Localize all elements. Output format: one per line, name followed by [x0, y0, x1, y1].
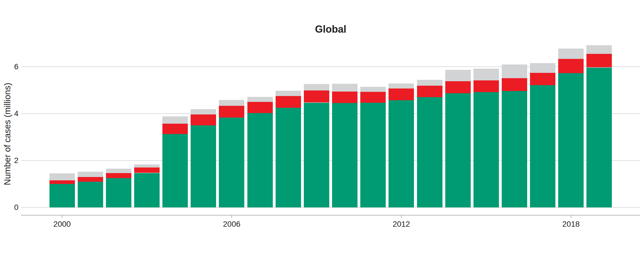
- bar-2000-gray-top-segment: [49, 173, 75, 180]
- bar-2019-green-bottom-segment: [586, 68, 612, 208]
- bar-2007-green-bottom-segment: [247, 113, 273, 207]
- x-tick-2012: [401, 215, 402, 218]
- x-tick-2000: [62, 215, 62, 218]
- bar-2006-gray-top-segment: [219, 100, 244, 106]
- bar-2004-red-middle-segment: [162, 124, 188, 134]
- bar-2001-red-middle-segment: [78, 177, 103, 182]
- bar-2003-green-bottom-segment: [134, 173, 160, 208]
- bar-2009-red-middle-segment: [304, 90, 329, 103]
- bar-2010-red-middle-segment: [332, 92, 357, 103]
- bar-2013-gray-top-segment: [417, 80, 442, 86]
- y-axis-title: Number of cases (millions): [3, 83, 13, 185]
- bar-2000-red-middle-segment: [49, 180, 75, 184]
- bar-2017-red-middle-segment: [530, 73, 555, 85]
- bar-2011-red-middle-segment: [360, 92, 386, 103]
- bar-2006-green-bottom-segment: [219, 118, 244, 207]
- bar-2004-gray-top-segment: [162, 116, 188, 124]
- bar-2002-green-bottom-segment: [106, 178, 131, 207]
- x-tick-2006: [231, 215, 232, 218]
- bar-2016-red-middle-segment: [502, 78, 527, 91]
- bar-2015-gray-top-segment: [473, 69, 499, 80]
- bar-2005-red-middle-segment: [191, 114, 216, 126]
- bar-2008-gray-top-segment: [276, 91, 301, 96]
- bar-2018-green-bottom-segment: [558, 73, 584, 207]
- bar-2019-red-middle-segment: [586, 54, 612, 68]
- bar-2015-red-middle-segment: [473, 80, 499, 92]
- bar-2005-gray-top-segment: [191, 109, 216, 114]
- bar-2014-green-bottom-segment: [445, 93, 471, 207]
- x-tick-2018: [571, 215, 571, 218]
- bar-2007-red-middle-segment: [247, 102, 273, 113]
- bar-2018-red-middle-segment: [558, 59, 584, 73]
- bar-2016-gray-top-segment: [502, 64, 527, 78]
- bar-2009-gray-top-segment: [304, 84, 329, 90]
- bar-2011-gray-top-segment: [360, 87, 386, 92]
- bar-2003-red-middle-segment: [134, 168, 160, 173]
- bar-2001-green-bottom-segment: [78, 182, 103, 207]
- bar-2005-green-bottom-segment: [191, 125, 216, 207]
- bar-2013-red-middle-segment: [417, 86, 442, 97]
- bar-2008-green-bottom-segment: [276, 108, 301, 207]
- x-tick-label-2000: 2000: [42, 220, 82, 228]
- bar-2006-red-middle-segment: [219, 106, 244, 118]
- x-tick-label-2018: 2018: [551, 220, 591, 228]
- bar-2014-gray-top-segment: [445, 70, 471, 81]
- bar-2012-gray-top-segment: [389, 83, 414, 89]
- x-tick-label-2006: 2006: [212, 220, 251, 228]
- bar-2004-green-bottom-segment: [162, 134, 188, 207]
- bar-2000-green-bottom-segment: [49, 184, 75, 207]
- bar-2008-red-middle-segment: [276, 96, 301, 108]
- chart-canvas: Global Number of cases (millions) 024620…: [0, 0, 644, 268]
- bar-2002-gray-top-segment: [106, 169, 131, 173]
- x-tick-label-2012: 2012: [382, 220, 421, 228]
- bar-2017-gray-top-segment: [530, 63, 555, 73]
- y-tick-label-4: 4: [0, 110, 18, 118]
- bar-2014-red-middle-segment: [445, 81, 471, 93]
- bar-2010-green-bottom-segment: [332, 103, 357, 207]
- bar-2017-green-bottom-segment: [530, 85, 555, 207]
- bar-2012-green-bottom-segment: [389, 100, 414, 207]
- y-tick-label-6: 6: [0, 63, 18, 71]
- bar-2009-green-bottom-segment: [304, 103, 329, 208]
- bar-2010-gray-top-segment: [332, 84, 357, 92]
- bar-2012-red-middle-segment: [389, 88, 414, 100]
- bar-2011-green-bottom-segment: [360, 103, 386, 207]
- bar-2007-gray-top-segment: [247, 97, 273, 102]
- bar-2019-gray-top-segment: [586, 45, 612, 54]
- y-tick-label-0: 0: [0, 204, 18, 211]
- bar-2003-gray-top-segment: [134, 164, 160, 168]
- x-axis-line: [21, 215, 640, 216]
- y-tick-label-2: 2: [0, 157, 18, 164]
- bar-2018-gray-top-segment: [558, 49, 584, 59]
- bar-2015-green-bottom-segment: [473, 92, 499, 207]
- chart-title: Global: [21, 23, 640, 35]
- bar-2001-gray-top-segment: [78, 172, 103, 177]
- bar-2013-green-bottom-segment: [417, 97, 442, 207]
- bar-2002-red-middle-segment: [106, 173, 131, 178]
- bar-2016-green-bottom-segment: [502, 91, 527, 207]
